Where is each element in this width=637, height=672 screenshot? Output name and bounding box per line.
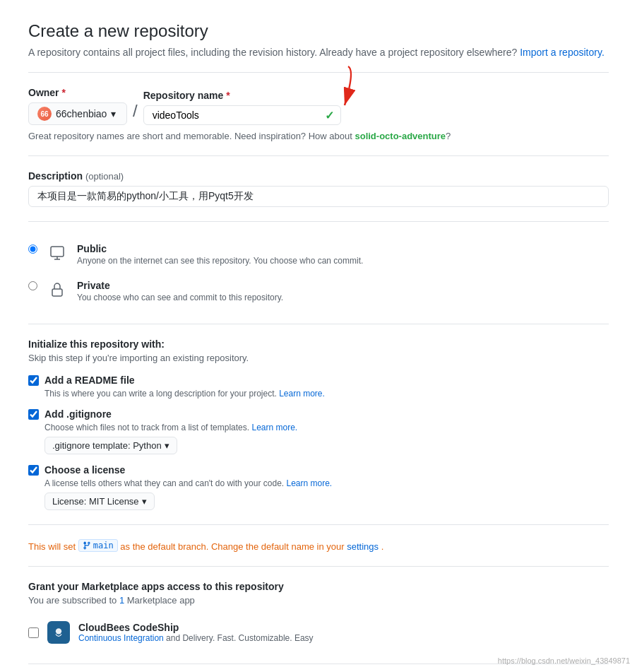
watermark: https://blog.csdn.net/weixin_43849871 (498, 656, 630, 665)
readme-label[interactable]: Add a README file (44, 375, 135, 386)
svg-rect-1 (51, 247, 64, 257)
license-checkbox-item: Choose a license A license tells others … (28, 464, 609, 510)
gitignore-checkbox-item: Add .gitignore Choose which files not to… (28, 408, 609, 454)
app-name: CloudBees CodeShip (78, 622, 314, 633)
divider-desc (28, 155, 609, 156)
public-text: Public Anyone on the internet can see th… (77, 243, 363, 266)
public-radio[interactable] (28, 244, 37, 254)
readme-checkbox-row: Add a README file (28, 375, 609, 386)
init-section: Initialize this repository with: Skip th… (28, 338, 609, 510)
gitignore-checkbox-row: Add .gitignore (28, 408, 609, 420)
gitignore-learn-more[interactable]: Learn more. (251, 423, 297, 432)
svg-point-5 (56, 628, 61, 634)
app-info: CloudBees CodeShip Continuous Integratio… (78, 622, 314, 643)
divider-init (28, 324, 609, 324)
readme-checkbox-item: Add a README file This is where you can … (28, 375, 609, 399)
cloudbees-checkbox[interactable] (28, 627, 39, 638)
private-text: Private You choose who can see and commi… (77, 280, 283, 302)
license-dropdown-arrow: ▾ (142, 496, 147, 507)
public-option: Public Anyone on the internet can see th… (28, 236, 609, 273)
description-label: Description (optional) (28, 170, 609, 182)
public-icon (46, 242, 69, 264)
license-checkbox[interactable] (28, 465, 39, 476)
divider-marketplace (28, 566, 609, 567)
owner-repo-section: Owner * 66 66chenbiao ▾ / Repository nam… (28, 87, 609, 141)
divider-visibility (28, 221, 609, 222)
init-subtitle: Skip this step if you're importing an ex… (28, 353, 609, 363)
check-icon: ✓ (325, 109, 334, 122)
owner-dropdown[interactable]: 66 66chenbiao ▾ (28, 102, 127, 125)
owner-avatar: 66 (37, 107, 52, 121)
private-option: Private You choose who can see and commi… (28, 273, 609, 310)
readme-checkbox[interactable] (28, 375, 39, 386)
repo-name-label: Repository name * (143, 90, 341, 101)
repo-name-field-group: Repository name * ✓ (143, 90, 341, 125)
repo-name-input[interactable] (143, 105, 341, 125)
license-label[interactable]: Choose a license (44, 464, 125, 476)
readme-desc: This is where you can write a long descr… (44, 389, 609, 399)
gitignore-dropdown-arrow: ▾ (165, 440, 169, 451)
default-branch-text: This will set main as the default branch… (28, 539, 609, 552)
page-title: Create a new repository (28, 21, 609, 41)
owner-field-group: Owner * 66 66chenbiao ▾ (28, 87, 127, 125)
branch-name: main (78, 539, 118, 552)
owner-chevron-icon: ▾ (111, 108, 116, 119)
field-row: Owner * 66 66chenbiao ▾ / Repository nam… (28, 87, 609, 125)
svg-rect-4 (52, 289, 62, 296)
gitignore-desc: Choose which files not to track from a l… (44, 423, 609, 432)
gitignore-label[interactable]: Add .gitignore (44, 408, 112, 420)
cloudbees-logo (47, 621, 70, 644)
description-section: Description (optional) (28, 170, 609, 207)
divider-top (28, 72, 609, 73)
divider-branch (28, 524, 609, 525)
license-dropdown[interactable]: License: MIT License ▾ (44, 493, 155, 510)
private-radio[interactable] (28, 281, 37, 290)
repo-hint: Great repository names are short and mem… (28, 131, 609, 141)
owner-required: * (61, 87, 65, 98)
app-desc: Continuous Integration and Delivery. Fas… (78, 633, 314, 643)
readme-learn-more[interactable]: Learn more. (279, 389, 325, 399)
optional-label: (optional) (85, 171, 124, 182)
description-input[interactable] (28, 186, 609, 207)
page-subtitle: A repository contains all project files,… (28, 47, 609, 58)
visibility-section: Public Anyone on the internet can see th… (28, 236, 609, 310)
settings-link[interactable]: settings (347, 541, 379, 552)
repo-suggestion-link[interactable]: solid-octo-adventure (355, 131, 446, 141)
private-icon (46, 278, 69, 301)
license-learn-more[interactable]: Learn more. (287, 478, 333, 488)
separator: / (133, 102, 138, 125)
owner-value: 66chenbiao (56, 108, 107, 119)
gitignore-template-dropdown[interactable]: .gitignore template: Python ▾ (44, 437, 177, 454)
gitignore-checkbox[interactable] (28, 409, 39, 420)
repo-name-required: * (226, 90, 230, 101)
init-title: Initialize this repository with: (28, 338, 609, 350)
marketplace-title: Grant your Marketplace apps access to th… (28, 581, 609, 592)
marketplace-subtitle: You are subscribed to 1 Marketplace app (28, 595, 609, 606)
marketplace-section: Grant your Marketplace apps access to th… (28, 581, 609, 649)
import-link[interactable]: Import a repository. (520, 47, 605, 58)
app-item: CloudBees CodeShip Continuous Integratio… (28, 615, 609, 649)
owner-label: Owner * (28, 87, 127, 98)
license-checkbox-row: Choose a license (28, 464, 609, 476)
repo-name-wrapper: ✓ (143, 105, 341, 125)
license-desc: A license tells others what they can and… (44, 478, 609, 488)
